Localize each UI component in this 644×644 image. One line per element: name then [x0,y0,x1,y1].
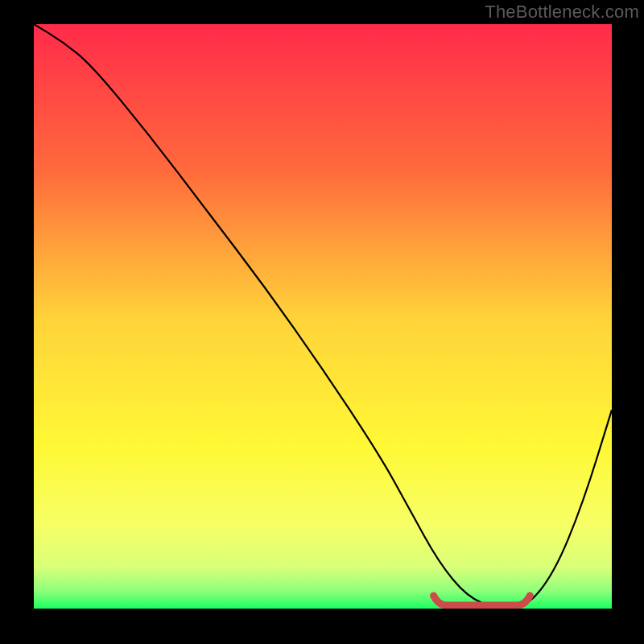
plot-area [34,24,612,609]
gradient-background [34,24,612,609]
watermark-text: TheBottleneck.com [485,2,639,23]
chart-svg [34,24,612,609]
chart-container: TheBottleneck.com [0,0,644,644]
